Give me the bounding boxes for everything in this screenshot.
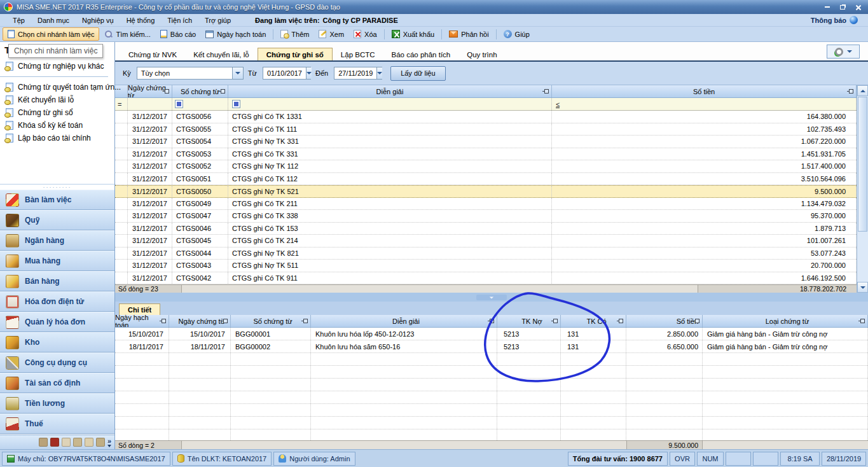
scroll-down-button[interactable] [857,282,868,293]
pin-icon[interactable] [165,89,169,94]
table-row[interactable]: 31/12/2017 CTGS0052 CTGS ghi Nợ TK 112 1… [115,160,857,173]
period-select[interactable]: Tùy chọn [137,67,244,80]
view-button[interactable]: Xem [314,27,348,41]
sidebar-nav-item[interactable]: Bán hàng [0,271,114,291]
column-header-doc-date[interactable]: Ngày chứng từ [169,315,231,327]
vertical-scrollbar[interactable] [857,85,868,293]
pin-icon[interactable] [695,319,699,323]
module-mini-icon[interactable] [85,438,93,447]
sidebar-nav-item[interactable]: Hóa đơn điện tử [0,291,114,312]
dropdown-button[interactable] [306,67,312,79]
splitter-collapse-handle[interactable] [476,295,507,300]
sidebar-nav-item[interactable]: Tài sản cố định [0,373,114,393]
pin-icon[interactable] [303,319,308,323]
help-button[interactable]: ? Giúp [499,27,534,41]
table-row[interactable]: 31/12/2017 CTGS0049 CTGS ghi Có TK 211 1… [115,198,857,211]
sidebar-nav-item[interactable]: Tiền lương [0,393,114,414]
filter-cell-operator[interactable]: = [115,98,128,110]
table-row[interactable]: 15/10/2017 15/10/2017 BGG00001 Khuôn lưu… [115,328,868,340]
filter-cell-docno[interactable] [172,98,228,110]
pin-icon[interactable] [849,89,853,94]
tab-detail[interactable]: Chi tiết [119,303,160,315]
filter-cell-date[interactable] [128,98,172,110]
table-row[interactable]: 31/12/2017 CTGS0047 CTGS ghi Có TK 338 9… [115,210,857,223]
column-header-description[interactable]: Diễn giải [311,315,497,327]
dropdown-button[interactable] [232,67,243,79]
select-branch-button[interactable]: Chọn chi nhánh làm việc [3,27,99,41]
column-header-docno[interactable]: Số chứng từ [231,315,311,327]
table-row[interactable]: 31/12/2017 CTGS0053 CTGS ghi Có TK 331 1… [115,148,857,161]
column-header-docno[interactable]: Số chứng từ [172,85,228,97]
search-button[interactable]: Tìm kiếm... [100,27,155,41]
filter-cell-description[interactable] [228,98,552,110]
notification-button[interactable]: Thông báo [811,16,862,24]
restore-button[interactable] [836,3,849,11]
tab[interactable]: Lập BCTC [333,48,383,60]
column-header-debit-account[interactable]: TK Nợ [497,315,561,327]
module-mini-icon[interactable] [96,438,105,447]
sidebar-nav-item[interactable]: Mua hàng [0,251,114,271]
table-row[interactable]: 31/12/2017 CTGS0044 CTGS ghi Nợ TK 821 5… [115,247,857,260]
module-mini-icon[interactable] [50,438,59,447]
sidebar-splitter[interactable] [0,185,114,190]
sidebar-tree-item[interactable]: Chứng từ quyết toán tạm ứn... [0,81,114,94]
overflow-chevron-icon[interactable] [107,438,111,447]
from-date-picker[interactable]: 01/10/2017 [263,67,311,80]
sidebar-tree-item[interactable]: Lập báo cáo tài chính [0,132,114,144]
scrollbar-thumb[interactable] [858,97,867,232]
sidebar-nav-item[interactable]: Kho [0,332,114,352]
table-row[interactable]: 31/12/2017 CTGS0056 CTGS ghi Có TK 1331 … [115,111,857,123]
menu-item[interactable]: Tiện ích [161,17,198,24]
column-header-amount[interactable]: Số tiền [626,315,703,327]
to-date-picker[interactable]: 27/11/2019 [334,67,382,80]
sidebar-tree-item[interactable]: Khóa sổ kỳ kế toán [0,119,114,132]
sidebar-tree-item[interactable]: Chứng từ ghi sổ [0,106,114,119]
table-row[interactable]: 31/12/2017 CTGS0054 CTGS ghi Nợ TK 331 1… [115,136,857,148]
tab[interactable]: Quy trình [458,48,505,60]
pin-icon[interactable] [221,89,225,94]
sidebar-nav-item[interactable]: Quản lý hóa đơn [0,312,114,332]
column-header-description[interactable]: Diễn giải [228,85,552,97]
pin-icon[interactable] [553,319,558,323]
column-header-doc-type[interactable]: Loại chứng từ [703,315,868,327]
pin-icon[interactable] [223,319,228,323]
horizontal-splitter[interactable] [115,293,868,302]
close-button[interactable] [851,3,864,11]
sidebar-nav-item[interactable]: Quỹ [0,210,114,230]
tab[interactable]: Kết chuyển lãi, lỗ [185,48,258,60]
scrollbar-track[interactable] [857,232,868,282]
filter-cell-amount[interactable]: ≤ [552,98,857,110]
column-header-posting-date[interactable]: Ngày hạch toán [115,315,169,327]
table-row[interactable]: 31/12/2017 CTGS0045 CTGS ghi Có TK 214 1… [115,235,857,247]
feedback-button[interactable]: Phản hồi [444,27,493,41]
export-button[interactable]: Xuất khẩu [387,27,439,41]
module-mini-icon[interactable] [62,438,71,447]
column-header-amount[interactable]: Số tiền [552,85,857,97]
table-row[interactable]: 31/12/2017 CTGS0050 CTGS ghi Nợ TK 521 9… [115,185,857,198]
pin-icon[interactable] [860,319,865,323]
pin-icon[interactable] [544,89,549,94]
table-row[interactable]: 31/12/2017 CTGS0055 CTGS ghi Có TK 111 1… [115,123,857,136]
sidebar-tree-item[interactable]: Kết chuyển lãi lỗ [0,94,114,106]
table-row[interactable]: 31/12/2017 CTGS0051 CTGS ghi Có TK 112 3… [115,173,857,186]
add-button[interactable]: Thêm [276,27,313,41]
menu-item[interactable]: Tệp [6,17,31,24]
scroll-up-button[interactable] [857,85,868,96]
module-mini-icon[interactable] [39,438,48,447]
menu-item[interactable]: Nghiệp vụ [76,17,120,24]
report-button[interactable]: Báo cáo [156,27,200,41]
pin-icon[interactable] [162,319,166,323]
settings-button[interactable] [827,45,860,59]
tab[interactable]: Chứng từ ghi sổ [258,48,333,60]
table-row[interactable]: 18/11/2017 18/11/2017 BGG00002 Khuôn lưu… [115,340,868,353]
pin-icon[interactable] [619,319,623,323]
table-row[interactable]: 31/12/2017 CTGS0043 CTGS ghi Nợ TK 511 2… [115,260,857,272]
sidebar-tree-item[interactable]: Chứng từ nghiệp vụ khác [0,60,114,73]
posting-date-button[interactable]: Ngày hạch toán [201,27,270,41]
menu-item[interactable]: Hệ thống [120,17,162,24]
dropdown-button[interactable] [376,67,382,79]
module-mini-icon[interactable] [73,438,82,447]
menu-item[interactable]: Trợ giúp [198,17,237,24]
sidebar-nav-item[interactable]: Công cụ dụng cụ [0,352,114,373]
column-header-credit-account[interactable]: TK Có [561,315,626,327]
